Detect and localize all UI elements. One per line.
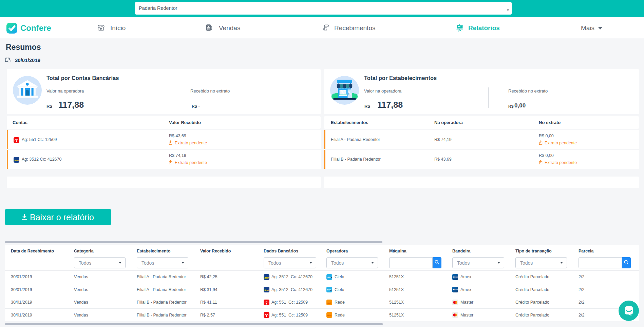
- svg-text:rede: rede: [327, 302, 332, 304]
- svg-text:Itaú: Itaú: [14, 159, 19, 162]
- svg-text:Itaú: Itaú: [264, 276, 269, 279]
- svg-text:AMEX: AMEX: [454, 276, 457, 278]
- svg-text:rede: rede: [327, 314, 332, 316]
- svg-text:Itaú: Itaú: [264, 289, 269, 291]
- svg-text:AMEX: AMEX: [454, 289, 457, 290]
